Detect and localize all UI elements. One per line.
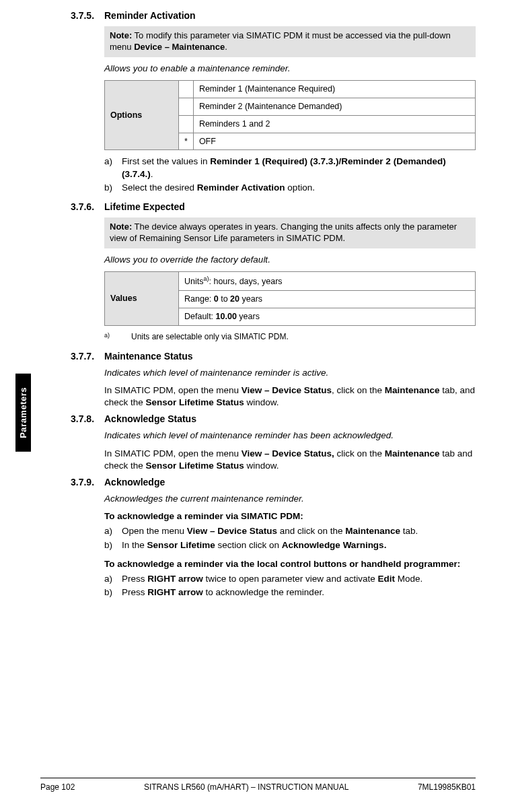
list-item: a) First set the values in Reminder 1 (R… — [104, 156, 476, 180]
section-desc: Indicates which level of maintenance rem… — [104, 430, 476, 442]
marker: a) — [104, 573, 122, 585]
list-text: First set the values in Reminder 1 (Requ… — [122, 156, 476, 180]
table-row: Options Reminder 1 (Maintenance Required… — [105, 80, 476, 98]
section-number: 3.7.9. — [71, 476, 104, 489]
steps-list: a) Press RIGHT arrow twice to open param… — [104, 573, 476, 599]
marker: b) — [104, 182, 122, 194]
section-3-7-9-heading: 3.7.9. Acknowledge — [71, 476, 476, 489]
section-title: Reminder Activation — [104, 9, 196, 22]
section-3-7-7-body: Indicates which level of maintenance rem… — [104, 367, 476, 409]
section-desc: Acknowledges the current maintenance rem… — [104, 493, 476, 505]
star-cell — [179, 115, 194, 133]
note-text: The device always operates in years. Cha… — [110, 222, 457, 243]
note-prefix: Note: — [110, 222, 132, 232]
paragraph: In SIMATIC PDM, open the menu View – Dev… — [104, 448, 476, 472]
note-prefix: Note: — [110, 30, 132, 40]
list-item: b) In the Sensor Lifetime section click … — [104, 539, 476, 551]
section-3-7-8-body: Indicates which level of maintenance rem… — [104, 430, 476, 472]
marker: a) — [104, 525, 122, 537]
steps-list: a) Open the menu View – Device Status an… — [104, 525, 476, 551]
section-desc: Allows you to enable a maintenance remin… — [104, 63, 476, 75]
list-text: In the Sensor Lifetime section click on … — [122, 539, 386, 551]
star-cell: * — [179, 133, 194, 150]
section-3-7-5-heading: 3.7.5. Reminder Activation — [71, 9, 476, 22]
option-value: Reminder 2 (Maintenance Demanded) — [193, 98, 475, 115]
options-table: Options Reminder 1 (Maintenance Required… — [104, 80, 476, 151]
section-title: Acknowledge — [104, 476, 165, 489]
section-number: 3.7.6. — [71, 201, 104, 213]
marker: b) — [104, 539, 122, 551]
options-label-cell: Options — [105, 80, 179, 150]
paragraph: In SIMATIC PDM, open the menu View – Dev… — [104, 384, 476, 409]
sub-heading: To acknowledge a reminder via the local … — [104, 558, 476, 570]
option-value: Reminders 1 and 2 — [193, 115, 475, 133]
range-cell: Range: 0 to 20 years — [179, 290, 476, 308]
steps-list: a) First set the values in Reminder 1 (R… — [104, 156, 476, 194]
footnote-text: Units are selectable only via SIMATIC PD… — [131, 331, 289, 343]
section-number: 3.7.8. — [71, 413, 104, 426]
page: Parameters 3.7.5. Reminder Activation No… — [0, 0, 516, 812]
marker: b) — [104, 586, 122, 599]
note-bold: Device – Maintenance — [134, 42, 225, 52]
list-item: b) Press RIGHT arrow to acknowledge the … — [104, 586, 476, 599]
values-label-cell: Values — [105, 271, 179, 325]
note-box: Note: To modify this parameter via SIMAT… — [104, 26, 476, 57]
list-item: a) Open the menu View – Device Status an… — [104, 525, 476, 537]
section-number: 3.7.5. — [71, 9, 104, 22]
sub-heading: To acknowledge a reminder via SIMATIC PD… — [104, 510, 476, 522]
footer-doc-id: 7ML19985KB01 — [418, 782, 476, 792]
section-title: Lifetime Expected — [104, 201, 185, 213]
footer-title: SITRANS LR560 (mA/HART) – INSTRUCTION MA… — [144, 782, 349, 792]
note-box: Note: The device always operates in year… — [104, 217, 476, 248]
list-text: Press RIGHT arrow twice to open paramete… — [122, 573, 422, 585]
list-item: b) Select the desired Reminder Activatio… — [104, 182, 476, 194]
section-3-7-6-heading: 3.7.6. Lifetime Expected — [71, 201, 476, 213]
units-cell: Unitsa): hours, days, years — [179, 271, 476, 290]
section-desc: Allows you to override the factory defau… — [104, 254, 476, 266]
note-suffix: . — [225, 42, 227, 52]
option-value: OFF — [193, 133, 475, 150]
default-cell: Default: 10.00 years — [179, 308, 476, 325]
marker: a) — [104, 156, 122, 180]
values-table: Values Unitsa): hours, days, years Range… — [104, 271, 476, 326]
list-text: Open the menu View – Device Status and c… — [122, 525, 418, 537]
footnote: a) Units are selectable only via SIMATIC… — [104, 331, 476, 343]
footer-page-number: Page 102 — [40, 782, 75, 792]
section-title: Maintenance Status — [104, 350, 192, 363]
list-text: Select the desired Reminder Activation o… — [122, 182, 315, 194]
page-footer: Page 102 SITRANS LR560 (mA/HART) – INSTR… — [40, 778, 476, 792]
content-area: 3.7.5. Reminder Activation Note: To modi… — [71, 0, 476, 599]
option-value: Reminder 1 (Maintenance Required) — [193, 80, 475, 98]
table-row: Values Unitsa): hours, days, years — [105, 271, 476, 290]
section-desc: Indicates which level of maintenance rem… — [104, 367, 476, 379]
list-text: Press RIGHT arrow to acknowledge the rem… — [122, 586, 324, 599]
side-tab-parameters: Parameters — [15, 374, 31, 452]
star-cell — [179, 98, 194, 115]
star-cell — [179, 80, 194, 98]
footnote-marker: a) — [104, 331, 131, 343]
section-3-7-8-heading: 3.7.8. Acknowledge Status — [71, 413, 476, 426]
section-3-7-6-body: Note: The device always operates in year… — [104, 217, 476, 343]
section-number: 3.7.7. — [71, 350, 104, 363]
section-3-7-5-body: Note: To modify this parameter via SIMAT… — [104, 26, 476, 194]
section-3-7-9-body: Acknowledges the current maintenance rem… — [104, 493, 476, 599]
section-3-7-7-heading: 3.7.7. Maintenance Status — [71, 350, 476, 363]
list-item: a) Press RIGHT arrow twice to open param… — [104, 573, 476, 585]
section-title: Acknowledge Status — [104, 413, 196, 426]
